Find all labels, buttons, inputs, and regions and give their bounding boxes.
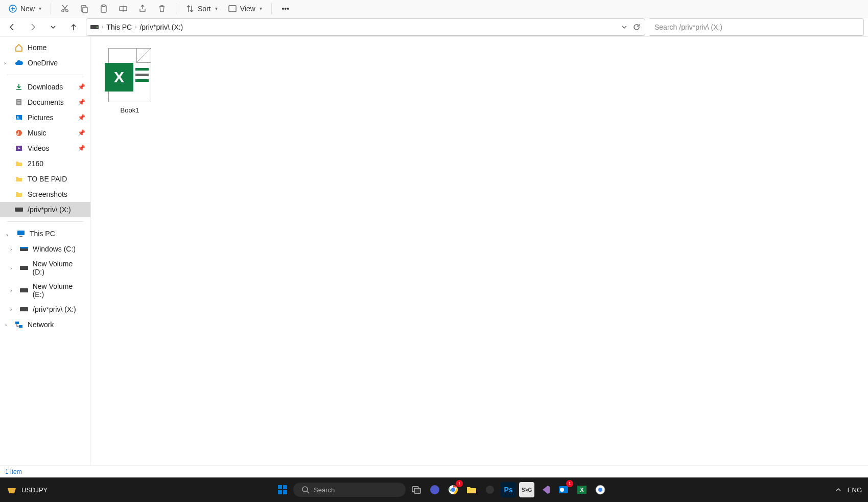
paste-button[interactable] xyxy=(95,2,112,15)
svg-rect-29 xyxy=(283,490,287,494)
sidebar-videos[interactable]: Videos 📌 xyxy=(0,141,90,156)
back-button[interactable] xyxy=(4,19,20,35)
chevron-up-icon[interactable] xyxy=(835,487,841,493)
svg-rect-20 xyxy=(20,247,28,248)
pin-icon: 📌 xyxy=(78,145,85,152)
photoshop-icon[interactable]: Ps xyxy=(501,482,516,497)
visualstudio-icon[interactable] xyxy=(537,482,553,497)
sidebar-onedrive-label: OneDrive xyxy=(28,59,58,67)
taskbar-widgets[interactable]: USDJPY xyxy=(6,484,48,495)
sidebar-drive-e[interactable]: › New Volume (E:) xyxy=(0,279,90,302)
sidebar-drive-x-tree[interactable]: › /priv*priv\ (X:) xyxy=(0,302,90,317)
chevron-down-icon[interactable] xyxy=(621,24,627,30)
sidebar-folder-tobepaid[interactable]: TO BE PAID xyxy=(0,171,90,187)
cut-button[interactable] xyxy=(56,2,74,15)
chevron-right-icon: › xyxy=(102,24,103,30)
status-bar: 1 item xyxy=(0,465,868,477)
monitor-icon xyxy=(16,229,26,238)
app-icon[interactable] xyxy=(482,482,498,497)
share-icon xyxy=(138,4,147,13)
plus-circle-icon xyxy=(8,4,17,13)
sidebar-thispc-label: This PC xyxy=(30,230,55,238)
sidebar-folder-2160[interactable]: 2160 xyxy=(0,156,90,171)
view-label: View xyxy=(240,5,255,13)
chevron-right-icon[interactable]: › xyxy=(10,288,12,293)
up-button[interactable] xyxy=(65,19,82,35)
chrome-icon[interactable] xyxy=(445,482,461,497)
breadcrumb-root[interactable]: This PC xyxy=(106,23,132,31)
sidebar-home[interactable]: Home xyxy=(0,40,90,55)
sidebar-onedrive[interactable]: › OneDrive xyxy=(0,55,90,71)
explorer-icon[interactable] xyxy=(464,482,479,497)
sidebar-drive-x[interactable]: /priv*priv\ (X:) xyxy=(0,202,90,217)
cut-icon xyxy=(60,4,69,13)
chevron-right-icon[interactable]: › xyxy=(10,246,12,252)
view-button[interactable]: View ▾ xyxy=(224,2,266,15)
sidebar-music[interactable]: Music 📌 xyxy=(0,125,90,141)
sidebar-folder-screenshots[interactable]: Screenshots xyxy=(0,187,90,202)
drive-icon xyxy=(19,305,29,314)
content-area[interactable]: X Book1 xyxy=(91,37,868,465)
search-input[interactable] xyxy=(654,23,858,31)
toolbar: New ▾ Sort ▾ View ▾ ••• xyxy=(0,0,868,17)
sidebar-drive-d[interactable]: › New Volume (D:) xyxy=(0,257,90,279)
teams-icon[interactable] xyxy=(427,482,442,497)
delete-button[interactable] xyxy=(153,2,171,15)
sidebar-item-label: New Volume (D:) xyxy=(33,260,85,276)
chevron-right-icon[interactable]: › xyxy=(10,265,12,271)
taskbar-search[interactable]: Search xyxy=(293,483,406,497)
search-box[interactable] xyxy=(649,18,864,36)
download-icon xyxy=(14,82,24,92)
rename-button[interactable] xyxy=(114,2,132,15)
svg-rect-23 xyxy=(20,307,28,311)
breadcrumb-path[interactable]: /priv*priv\ (X:) xyxy=(139,23,183,31)
sidebar-pictures[interactable]: Pictures 📌 xyxy=(0,110,90,125)
svg-rect-16 xyxy=(15,208,23,212)
svg-point-33 xyxy=(430,485,439,494)
sidebar-network[interactable]: › Network xyxy=(0,317,90,332)
cloud-icon xyxy=(14,58,24,67)
app-icon[interactable]: S>G xyxy=(519,482,534,497)
pin-icon: 📌 xyxy=(78,129,85,136)
sidebar-downloads[interactable]: Downloads 📌 xyxy=(0,79,90,95)
chevron-right-icon[interactable]: › xyxy=(10,307,12,312)
taskbar: USDJPY Search Ps S>G X ENG xyxy=(0,477,868,502)
chevron-right-icon[interactable]: › xyxy=(5,322,7,328)
sidebar-item-label: Music xyxy=(28,129,46,137)
copy-button[interactable] xyxy=(76,2,93,15)
svg-point-30 xyxy=(302,487,308,492)
taskview-button[interactable] xyxy=(409,482,424,497)
taskbar-center: Search Ps S>G X xyxy=(52,482,831,497)
sort-icon xyxy=(185,4,195,13)
drive-icon xyxy=(19,244,29,254)
outlook-icon[interactable] xyxy=(556,482,571,497)
sidebar-documents[interactable]: Documents 📌 xyxy=(0,95,90,110)
chevron-down-icon[interactable]: ⌄ xyxy=(5,231,9,237)
recent-button[interactable] xyxy=(45,19,61,35)
language-indicator[interactable]: ENG xyxy=(848,486,862,494)
chrome-icon-2[interactable] xyxy=(593,482,608,497)
refresh-button[interactable] xyxy=(632,23,641,31)
folder-icon xyxy=(14,190,24,199)
chevron-right-icon: › xyxy=(135,24,136,30)
sidebar-item-label: 2160 xyxy=(28,159,43,168)
sidebar-drive-c[interactable]: › Windows (C:) xyxy=(0,241,90,257)
excel-icon[interactable]: X xyxy=(574,482,590,497)
pictures-icon xyxy=(14,113,24,122)
address-bar[interactable]: › This PC › /priv*priv\ (X:) xyxy=(86,18,645,36)
sort-button[interactable]: Sort ▾ xyxy=(181,2,222,15)
chevron-right-icon[interactable]: › xyxy=(4,60,6,66)
new-button[interactable]: New ▾ xyxy=(4,2,45,15)
svg-point-35 xyxy=(451,488,455,492)
forward-button[interactable] xyxy=(25,19,41,35)
sidebar-item-label: Pictures xyxy=(28,113,54,122)
drive-icon xyxy=(19,286,29,295)
start-button[interactable] xyxy=(275,482,290,497)
svg-rect-26 xyxy=(278,485,282,489)
file-item[interactable]: X Book1 xyxy=(99,45,160,117)
share-button[interactable] xyxy=(134,2,151,15)
ellipsis-icon: ••• xyxy=(281,4,290,13)
sidebar-thispc[interactable]: ⌄ This PC xyxy=(0,226,90,241)
videos-icon xyxy=(14,144,24,153)
more-button[interactable]: ••• xyxy=(277,2,294,15)
